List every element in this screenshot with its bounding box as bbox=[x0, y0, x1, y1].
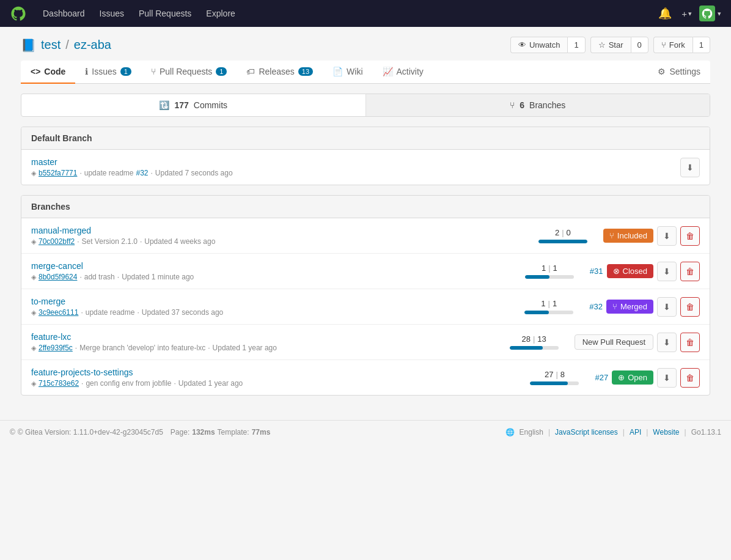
download-button-3[interactable]: ⬇ bbox=[657, 333, 677, 352]
nav-explore[interactable]: Explore bbox=[200, 5, 241, 22]
included-badge-0[interactable]: ⑂ Included bbox=[603, 229, 653, 243]
default-branch-commit-hash[interactable]: b552fa7771 bbox=[39, 169, 77, 177]
footer-template-time: 77ms bbox=[252, 428, 271, 437]
delete-button-1[interactable]: 🗑 bbox=[680, 262, 700, 281]
branch-hash-0[interactable]: 70c002bff2 bbox=[39, 237, 75, 246]
nav-dashboard[interactable]: Dashboard bbox=[37, 5, 91, 22]
open-icon: ⊕ bbox=[618, 373, 625, 382]
tab-releases-label: Releases bbox=[259, 67, 294, 76]
nav-pull-requests[interactable]: Pull Requests bbox=[133, 5, 197, 22]
branch-msg-2: update readme bbox=[86, 308, 135, 317]
delete-button-4[interactable]: 🗑 bbox=[680, 368, 700, 388]
delete-button-2[interactable]: 🗑 bbox=[680, 297, 700, 317]
branches-count: 6 bbox=[520, 100, 524, 110]
user-avatar[interactable]: ▾ bbox=[699, 6, 721, 21]
fork-button[interactable]: ⑂ Fork bbox=[653, 37, 692, 53]
branch-updated-2: Updated 37 seconds ago bbox=[142, 308, 223, 317]
branch-hash-1[interactable]: 8b0d5f9624 bbox=[39, 273, 77, 281]
tab-wiki[interactable]: 📄 Wiki bbox=[323, 61, 372, 84]
branch-name-merge-cancel[interactable]: merge-cancel bbox=[31, 261, 83, 271]
commits-stat[interactable]: 🔃 177 Commits bbox=[21, 94, 366, 116]
branch-behind-2: 1 bbox=[553, 299, 557, 308]
tab-activity[interactable]: 📈 Activity bbox=[373, 61, 433, 84]
tab-pr-label: Pull Requests bbox=[160, 67, 212, 76]
pr-number-4[interactable]: #27 bbox=[595, 373, 608, 382]
download-button-0[interactable]: ⬇ bbox=[657, 226, 677, 246]
gitea-logo[interactable] bbox=[10, 5, 27, 22]
branch-name-to-merge[interactable]: to-merge bbox=[31, 297, 65, 306]
footer-version: © Gitea Version: 1.11.0+dev-42-g23045c7d… bbox=[18, 428, 163, 437]
unwatch-label: Unwatch bbox=[529, 40, 560, 50]
branches-label: Branches bbox=[529, 100, 565, 110]
new-pr-button-3[interactable]: New Pull Request bbox=[575, 334, 653, 350]
tab-pull-requests[interactable]: ⑂ Pull Requests 1 bbox=[141, 61, 237, 84]
tab-settings-label: Settings bbox=[669, 67, 700, 76]
download-button-4[interactable]: ⬇ bbox=[657, 368, 677, 388]
download-button-1[interactable]: ⬇ bbox=[657, 262, 677, 281]
branches-stat[interactable]: ⑂ 6 Branches bbox=[366, 94, 710, 116]
branch-name-feature-projects[interactable]: feature-projects-to-settings bbox=[31, 367, 133, 377]
footer-js-licenses-link[interactable]: JavaScript licenses bbox=[555, 428, 618, 437]
tab-settings[interactable]: ⚙ Settings bbox=[648, 61, 710, 84]
branch-msg-3: Merge branch 'develop' into feature-lxc bbox=[79, 344, 205, 352]
branch-behind-0: 0 bbox=[567, 228, 571, 237]
pr-number-2[interactable]: #32 bbox=[589, 302, 603, 311]
delete-button-0[interactable]: 🗑 bbox=[680, 226, 700, 246]
branch-meta-feature-lxc: ◈ 2ffe939f5c · Merge branch 'develop' in… bbox=[31, 344, 504, 352]
default-branch-download-button[interactable]: ⬇ bbox=[680, 158, 700, 177]
notification-bell-button[interactable]: 🔔 bbox=[656, 4, 674, 23]
default-branch-section: Default Branch master ◈ b552fa7771 · upd… bbox=[21, 127, 710, 185]
branch-name-manual-merged[interactable]: manual-merged bbox=[31, 226, 91, 235]
branch-updated-1: Updated 1 minute ago bbox=[122, 273, 194, 281]
branch-ahead-3: 28 bbox=[522, 334, 531, 344]
commits-label: Commits bbox=[194, 100, 227, 110]
closed-badge-1[interactable]: ⊗ Closed bbox=[607, 264, 653, 278]
branch-name-feature-lxc[interactable]: feature-lxc bbox=[31, 332, 71, 342]
branch-ahead-4: 27 bbox=[545, 370, 553, 379]
branch-ahead-1: 1 bbox=[542, 263, 546, 273]
download-button-2[interactable]: ⬇ bbox=[657, 297, 677, 317]
open-badge-4[interactable]: ⊕ Open bbox=[612, 370, 653, 385]
nav-issues[interactable]: Issues bbox=[94, 5, 130, 22]
footer-sep-3: | bbox=[646, 428, 648, 437]
user-caret-icon: ▾ bbox=[718, 10, 721, 18]
repo-owner-link[interactable]: test bbox=[41, 38, 61, 52]
footer-api-link[interactable]: API bbox=[630, 428, 641, 437]
branch-commit-icon-3: ◈ bbox=[31, 344, 36, 352]
repo-name-link[interactable]: ez-aba bbox=[74, 38, 111, 52]
branch-updated-4: Updated 1 year ago bbox=[178, 379, 243, 388]
footer-website-link[interactable]: Website bbox=[653, 428, 679, 437]
branch-behind-1: 1 bbox=[553, 263, 557, 273]
pr-badge: 1 bbox=[216, 67, 227, 76]
star-button[interactable]: ☆ Star bbox=[590, 37, 631, 53]
branch-hash-2[interactable]: 3c9eec6111 bbox=[39, 308, 78, 317]
pr-icon: ⑂ bbox=[151, 67, 156, 76]
main-wrapper: 📘 test / ez-aba 👁 Unwatch 1 ☆ Star 0 bbox=[11, 27, 720, 415]
tab-issues[interactable]: ℹ Issues 1 bbox=[75, 61, 141, 84]
tab-code[interactable]: <> Code bbox=[21, 61, 75, 84]
branch-meta-feature-projects: ◈ 715c783e62 · gen config env from jobfi… bbox=[31, 379, 524, 388]
footer-sep-1: | bbox=[548, 428, 550, 437]
branch-stats-3: 28 | 13 bbox=[504, 334, 565, 350]
branch-row-feature-projects-to-settings: feature-projects-to-settings ◈ 715c783e6… bbox=[21, 360, 710, 395]
branch-hash-4[interactable]: 715c783e62 bbox=[39, 379, 79, 388]
default-branch-updated: Updated 7 seconds ago bbox=[155, 169, 233, 177]
branch-stats-1: 1 | 1 bbox=[519, 263, 580, 279]
branch-stats-2: 1 | 1 bbox=[518, 299, 579, 314]
activity-icon: 📈 bbox=[383, 67, 393, 76]
branch-row-feature-lxc: feature-lxc ◈ 2ffe939f5c · Merge branch … bbox=[21, 325, 710, 360]
footer-right: 🌐 English | JavaScript licenses | API | … bbox=[505, 428, 721, 437]
fork-count: 1 bbox=[692, 37, 710, 53]
delete-button-3[interactable]: 🗑 bbox=[680, 333, 700, 352]
default-branch-name-link[interactable]: master bbox=[31, 157, 57, 167]
closed-icon: ⊗ bbox=[613, 267, 620, 276]
unwatch-button[interactable]: 👁 Unwatch bbox=[510, 37, 568, 53]
tab-releases[interactable]: 🏷 Releases 13 bbox=[237, 61, 323, 84]
merged-badge-2[interactable]: ⑂ Merged bbox=[606, 300, 653, 314]
plus-dropdown[interactable]: + ▾ bbox=[681, 9, 692, 19]
commits-icon: 🔃 bbox=[159, 100, 169, 110]
branch-updated-0: Updated 4 weeks ago bbox=[144, 237, 215, 246]
branch-commit-icon: ◈ bbox=[31, 169, 36, 177]
pr-number-1[interactable]: #31 bbox=[590, 267, 603, 276]
branch-hash-3[interactable]: 2ffe939f5c bbox=[39, 344, 73, 352]
